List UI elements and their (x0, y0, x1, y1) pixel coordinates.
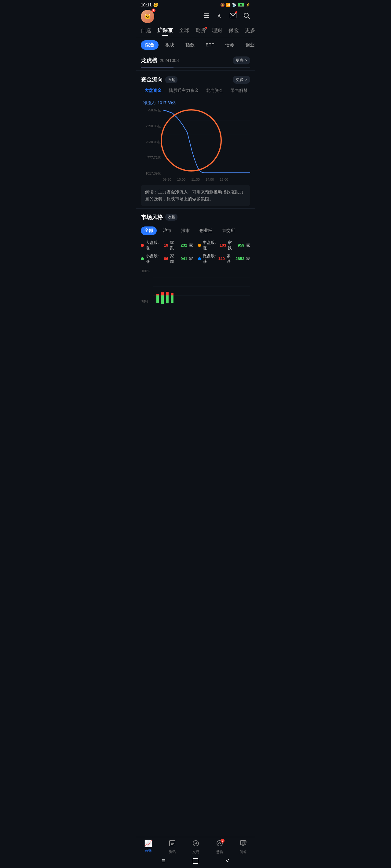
nav-wenda[interactable]: 问答 问答 (240, 840, 247, 854)
bottom-navigation: 📈 自选 资讯 交易 (136, 837, 255, 868)
divider-2 (136, 209, 255, 209)
nav-huixin[interactable]: 2 慧信 (216, 840, 223, 854)
scroll-indicator-thumb (141, 67, 173, 68)
fund-flow-collapse-button[interactable]: 收起 (165, 76, 177, 83)
weipan-end: 家 (246, 256, 250, 261)
fund-tab-xianshou[interactable]: 限售解禁 (227, 86, 251, 95)
fund-tab-beixiang[interactable]: 北向资金 (202, 86, 227, 95)
svg-rect-16 (166, 292, 168, 296)
search-icon[interactable] (243, 12, 250, 21)
svg-text:问答: 问答 (242, 841, 247, 844)
svg-rect-13 (157, 296, 159, 303)
mail-icon[interactable] (229, 12, 237, 21)
subtab-zhishu[interactable]: 指数 (181, 40, 199, 50)
fund-flow-more-button[interactable]: 更多 > (233, 76, 250, 84)
tab-more[interactable]: 更多 (245, 27, 255, 36)
wenda-icon: 问答 (240, 840, 247, 849)
subtab-chuangyeban[interactable]: 创业板 (241, 40, 255, 50)
dapan-dot (141, 244, 144, 247)
subtab-etf[interactable]: ETF (201, 40, 218, 50)
fund-tab-lushetong[interactable]: 陆股通主力资金 (165, 86, 202, 95)
zixuan-label: 自选 (145, 848, 151, 853)
nav-jiaoyi[interactable]: 交易 (192, 840, 199, 854)
y-label-1: -58.67亿 (141, 108, 161, 113)
xiaopan-end: 家 (189, 256, 193, 261)
font-icon[interactable]: A (216, 12, 223, 21)
subtab-bankuai[interactable]: 板块 (161, 40, 179, 50)
dapan-down: 232 (180, 243, 187, 248)
zixuan-icon: 📈 (144, 840, 152, 847)
subtab-zhaiquan[interactable]: 债券 (221, 40, 239, 50)
stat-dapan: 大盘股:涨 19 家 跌 232 家 (141, 240, 193, 251)
dapan-mid: 家 跌 (170, 240, 179, 251)
weipan-label: 微盘股:涨 (203, 253, 216, 264)
zhongpan-down: 959 (238, 243, 244, 248)
nav-zixuan[interactable]: 📈 自选 (144, 840, 152, 854)
fund-tab-bar: 大盘资金 陆股通主力资金 北向资金 限售解禁 (136, 86, 255, 98)
mf-tab-chuangye[interactable]: 创业板 (196, 226, 216, 235)
home-gesture-icon[interactable] (193, 858, 198, 864)
top-navigation: 🐱 2 A (136, 8, 255, 26)
menu-gesture-icon[interactable]: ≡ (162, 857, 166, 864)
market-style-header: 市场风格 收起 (136, 210, 255, 223)
subtab-zonghe[interactable]: 综合 (141, 40, 159, 50)
battery-icon (238, 3, 244, 7)
fund-tab-dapan[interactable]: 大盘资金 (141, 86, 165, 95)
chart-label-prefix: 净流入: (143, 100, 157, 105)
svg-rect-14 (161, 292, 164, 296)
huixin-badge: 2 (221, 839, 225, 843)
longhu-title: 龙虎榜 (141, 57, 157, 64)
mf-tab-shenshi[interactable]: 深市 (177, 226, 193, 235)
hamburger-icon[interactable] (202, 12, 210, 21)
chart-x-labels: 09:30 10:00 11:30 14:00 15:00 (141, 177, 250, 181)
bar-chart-svg (153, 268, 250, 305)
tab-licai[interactable]: 理财 (212, 27, 222, 36)
weipan-dot (198, 257, 201, 260)
status-icons: 🔕 📶 📡 ⚡ (220, 3, 250, 7)
fund-title-row: 资金流向 收起 (141, 76, 177, 83)
fund-flow-description: 解读：主力资金净流入，可用来预测推动指数涨跌力量的强弱，反映市场上的做多氛围。 (141, 185, 250, 206)
tab-qihuo[interactable]: 期货 (196, 27, 206, 36)
avatar-container[interactable]: 🐱 2 (141, 10, 154, 23)
svg-rect-18 (171, 293, 173, 296)
zhongpan-mid: 家 跌 (228, 240, 236, 251)
x-label-5: 15:00 (220, 178, 228, 181)
y-label-4: -777.71亿 (141, 155, 161, 160)
longhu-more-button[interactable]: 更多 > (233, 57, 250, 64)
longhu-bang-header: 龙虎榜 20241008 更多 > (136, 53, 255, 67)
time-display: 10:11 (141, 2, 152, 7)
tab-hushenji[interactable]: 沪深京 (157, 27, 173, 36)
mf-tab-hushi[interactable]: 沪市 (159, 226, 175, 235)
x-label-1: 09:30 (163, 178, 171, 181)
tab-quanqiu[interactable]: 全球 (179, 27, 189, 36)
fund-flow-title: 资金流向 (141, 76, 163, 83)
mail-notification-dot (235, 11, 238, 13)
fund-flow-header: 资金流向 收起 更多 > (136, 72, 255, 86)
tab-baoxian[interactable]: 保险 (228, 27, 239, 36)
tab-zixuan[interactable]: 自选 (141, 27, 151, 36)
weipan-down: 2853 (235, 256, 244, 261)
badge-count: 2 (151, 8, 156, 12)
xiaopan-up: 86 (164, 256, 168, 261)
back-gesture-icon[interactable]: < (226, 857, 229, 864)
nav-zixun[interactable]: 资讯 (169, 840, 176, 854)
dapan-up: 19 (164, 243, 168, 248)
stock-stats-grid: 大盘股:涨 19 家 跌 232 家 中盘股:涨 103 家 跌 959 家 小… (136, 238, 255, 267)
nav-icon-group: A (202, 12, 250, 21)
y-label-5: 1017.39亿 (141, 171, 161, 176)
svg-text:A: A (217, 13, 221, 19)
jiaoyi-icon (192, 840, 199, 849)
mf-tab-all[interactable]: 全部 (141, 226, 157, 235)
market-style-collapse-button[interactable]: 收起 (165, 214, 177, 221)
desc-text: 解读：主力资金净流入，可用来预测推动指数涨跌力量的强弱，反映市场上的做多氛围。 (145, 189, 244, 201)
charging-icon: ⚡ (246, 3, 250, 7)
status-bar: 10:11 🐱 🔕 📶 📡 ⚡ (136, 0, 255, 8)
longhu-title-row: 龙虎榜 20241008 (141, 57, 179, 64)
fund-flow-chart-container: 净流入:-1017.39亿 -58.67亿 -298.35亿 -538.03亿 … (141, 98, 250, 183)
bar-y-100: 100% (141, 269, 150, 273)
market-bar-chart: 100% 75% (141, 268, 250, 305)
chart-label: 净流入:-1017.39亿 (141, 100, 250, 107)
x-label-4: 14:00 (205, 178, 214, 181)
wifi-icon: 📡 (232, 3, 236, 7)
mf-tab-jingjiasuo[interactable]: 京交所 (218, 226, 239, 235)
